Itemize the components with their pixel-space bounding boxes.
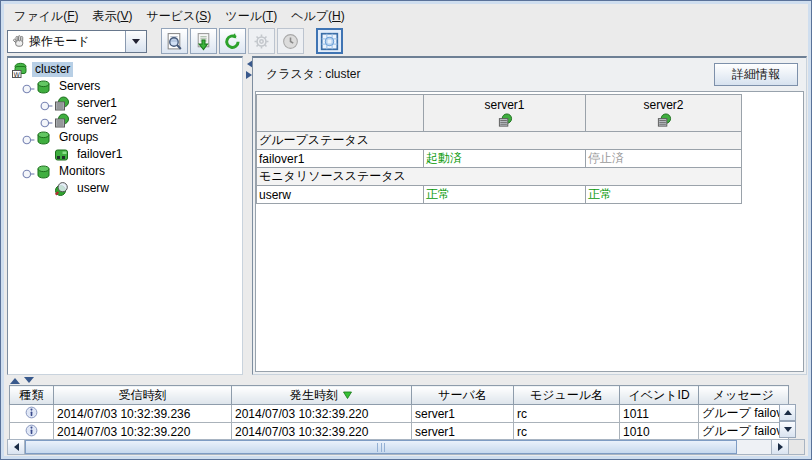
tree-item-label: Monitors (56, 164, 108, 179)
server-icon (53, 113, 70, 129)
time-info-button (277, 28, 304, 54)
sort-desc-icon (342, 390, 353, 400)
tree-item-cluster[interactable]: Wcluster (8, 61, 242, 78)
alert-received-cell: 2014/07/03 10:32:39.220 (54, 423, 232, 441)
alert-row-0[interactable]: 2014/07/03 10:32:39.2362014/07/03 10:32:… (10, 405, 789, 423)
tree-item-Servers[interactable]: Servers (8, 78, 242, 95)
scrollbar-corner (788, 440, 804, 454)
alert-module-cell: rc (514, 423, 620, 441)
thumb-grip (377, 443, 385, 452)
vertical-split-divider[interactable] (243, 56, 252, 375)
tree-item-label: Groups (56, 130, 101, 145)
tree-item-label: server2 (74, 113, 120, 128)
status-column-server1: server1 (424, 95, 586, 132)
gear-icon (252, 32, 271, 51)
menu-item-h[interactable]: ヘルプ(H) (284, 6, 352, 27)
alert-column-header-0[interactable]: 種類 (10, 386, 54, 405)
arrow-down-icon (784, 427, 792, 436)
document-download-icon (194, 32, 213, 51)
column-label: イベントID (628, 388, 689, 402)
alert-vertical-scrollbar[interactable] (779, 404, 796, 438)
integrated-manager-button[interactable] (316, 28, 343, 54)
alert-column-header-4[interactable]: モジュール名 (514, 386, 620, 405)
grid-icon (320, 32, 339, 51)
menu-item-s[interactable]: サービス(S) (139, 6, 218, 27)
scroll-left-button[interactable] (8, 440, 25, 454)
mode-selector-label: 操作モード (29, 33, 90, 50)
folder-icon (35, 130, 52, 146)
server-name: server1 (484, 98, 524, 112)
alert-column-header-2[interactable]: 発生時刻 (232, 386, 412, 405)
status-row-failover1: failover1起動済停止済 (257, 150, 742, 168)
tree-item-label: server1 (74, 96, 120, 111)
status-value: 正常 (424, 186, 586, 204)
tree-handle-icon[interactable] (21, 82, 35, 92)
scroll-right-button[interactable] (771, 440, 788, 454)
panel-title: クラスタ : cluster (266, 66, 360, 83)
clock-icon (281, 32, 300, 51)
alert-log-area: 種類受信時刻発生時刻サーバ名モジュール名イベントIDメッセージ2014/07/0… (9, 385, 789, 441)
info-icon (25, 424, 38, 437)
status-section-header: グループステータス (257, 132, 742, 150)
tree-item-server1[interactable]: server1 (8, 95, 242, 112)
resource-name: userw (257, 186, 424, 204)
reload-button[interactable] (219, 28, 246, 54)
mode-selector-dropdown-button[interactable] (125, 31, 146, 52)
detail-info-button[interactable]: 詳細情報 (714, 63, 798, 86)
menu-item-f[interactable]: ファイル(F) (7, 6, 85, 27)
server-name: server2 (643, 98, 683, 112)
status-table: server1server2グループステータスfailover1起動済停止済モニ… (256, 94, 742, 204)
status-value: 起動済 (424, 150, 586, 168)
menu-item-v[interactable]: 表示(V) (85, 6, 139, 27)
tree-handle-icon[interactable] (21, 167, 35, 177)
search-icon (165, 32, 184, 51)
tree-handle-icon[interactable] (39, 116, 53, 126)
svg-text:W: W (13, 70, 20, 77)
arrow-up-icon (784, 406, 792, 415)
tree-item-Monitors[interactable]: Monitors (8, 163, 242, 180)
scroll-down-button[interactable] (779, 421, 796, 438)
status-value: 正常 (586, 186, 742, 204)
menu-item-t[interactable]: ツール(T) (218, 6, 284, 27)
collect-info-button[interactable] (190, 28, 217, 54)
arrow-right-icon (778, 443, 787, 451)
scrollbar-track[interactable] (737, 440, 771, 454)
column-label: 発生時刻 (290, 388, 338, 402)
alert-received-cell: 2014/07/03 10:32:39.236 (54, 405, 232, 423)
tree-handle-icon[interactable] (21, 133, 35, 143)
toolbar-buttons (161, 28, 345, 54)
column-label: 種類 (20, 388, 44, 402)
alert-server-cell: server1 (412, 405, 514, 423)
alert-occurred-cell: 2014/07/03 10:32:39.220 (232, 405, 412, 423)
refresh-icon (223, 32, 242, 51)
tree-item-failover1[interactable]: failover1 (8, 146, 242, 163)
status-panel-titlebar: クラスタ : cluster 詳細情報 (253, 58, 806, 90)
alert-server-cell: server1 (412, 423, 514, 441)
cluster-tree-panel: WclusterServersserver1server2Groupsfailo… (7, 56, 243, 375)
mode-selector[interactable]: 操作モード (7, 30, 147, 53)
status-panel-content: server1server2グループステータスfailover1起動済停止済モニ… (255, 91, 804, 372)
alert-horizontal-scrollbar[interactable] (7, 439, 805, 455)
tree-item-server2[interactable]: server2 (8, 112, 242, 129)
search-button[interactable] (161, 28, 188, 54)
arrow-left-icon (10, 443, 19, 451)
scroll-up-button[interactable] (779, 404, 796, 421)
alert-column-header-5[interactable]: イベントID (620, 386, 699, 405)
status-row-userw: userw正常正常 (257, 186, 742, 204)
alert-type-cell (10, 405, 54, 423)
alert-column-header-6[interactable]: メッセージ (699, 386, 789, 405)
cluster-icon: W (11, 62, 28, 78)
tree-item-userw[interactable]: userw (8, 180, 242, 197)
server-icon (53, 96, 70, 112)
horizontal-split-divider[interactable] (7, 376, 805, 385)
status-column-server2: server2 (586, 95, 742, 132)
alert-column-header-3[interactable]: サーバ名 (412, 386, 514, 405)
resource-name: failover1 (257, 150, 424, 168)
collapse-up-icon[interactable] (10, 373, 20, 384)
tree-item-Groups[interactable]: Groups (8, 129, 242, 146)
scrollbar-thumb[interactable] (25, 440, 737, 454)
alert-column-header-1[interactable]: 受信時刻 (54, 386, 232, 405)
tree-handle-icon[interactable] (39, 99, 53, 109)
column-label: メッセージ (713, 388, 774, 402)
alert-row-1[interactable]: 2014/07/03 10:32:39.2202014/07/03 10:32:… (10, 423, 789, 441)
